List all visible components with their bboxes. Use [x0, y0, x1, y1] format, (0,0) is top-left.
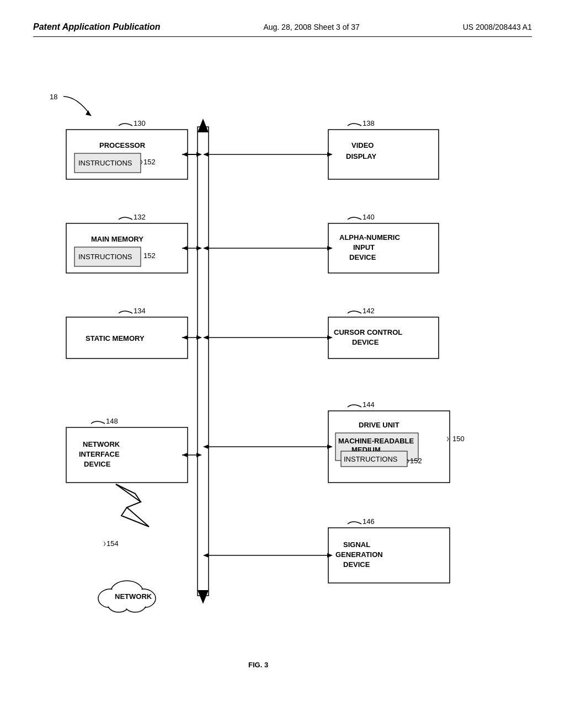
cursor-control-label-1: CURSOR CONTROL: [334, 328, 402, 336]
static-memory-label: STATIC MEMORY: [86, 334, 145, 342]
ref-144: 144: [363, 400, 375, 409]
page-header: Patent Application Publication Aug. 28, …: [33, 22, 532, 37]
header-date-sheet: Aug. 28, 2008 Sheet 3 of 37: [263, 23, 359, 31]
ref-142: 142: [363, 307, 375, 315]
ref-18-label: 18: [50, 93, 57, 101]
ref-148: 148: [106, 417, 118, 425]
figure-label: FIG. 3: [248, 661, 268, 669]
ref-150: 150: [452, 435, 465, 443]
drive-instructions-label: INSTRUCTIONS: [344, 455, 398, 463]
header-publication-type: Patent Application Publication: [33, 22, 161, 32]
processor-instructions-label: INSTRUCTIONS: [78, 159, 132, 167]
main-memory-instructions-label: INSTRUCTIONS: [78, 253, 132, 261]
ref-132: 132: [134, 213, 146, 221]
signal-gen-label-1: SIGNAL: [343, 540, 370, 549]
network-interface-label-3: DEVICE: [84, 460, 111, 468]
network-label: NETWORK: [115, 592, 152, 601]
ref-140: 140: [363, 213, 375, 221]
signal-gen-label-2: GENERATION: [335, 550, 383, 559]
machine-readable-label-1: MACHINE-READABLE: [338, 437, 414, 445]
svg-rect-0: [198, 127, 209, 596]
bus-arrow-down: [198, 590, 209, 604]
ref-138: 138: [363, 119, 375, 127]
ref-154: 154: [106, 539, 119, 548]
alpha-numeric-label-1: ALPHA-NUMERIC: [339, 233, 400, 242]
processor-label: PROCESSOR: [99, 141, 146, 149]
main-memory-ref-152: 152: [143, 251, 156, 260]
alpha-numeric-label-2: INPUT: [353, 243, 375, 251]
video-display-box: [328, 130, 439, 179]
network-interface-label-1: NETWORK: [83, 440, 120, 448]
drive-ref-152: 152: [410, 457, 422, 465]
alpha-numeric-box: [328, 223, 439, 273]
page: Patent Application Publication Aug. 28, …: [0, 0, 565, 728]
alpha-numeric-label-3: DEVICE: [349, 253, 376, 261]
drive-unit-label: DRIVE UNIT: [359, 421, 399, 429]
network-interface-label-2: INTERFACE: [79, 450, 120, 458]
video-display-label-1: VIDEO: [351, 141, 374, 149]
cursor-control-box: [328, 317, 439, 358]
ref-146: 146: [363, 517, 375, 526]
ref-134: 134: [134, 307, 146, 315]
processor-ref-152: 152: [143, 158, 156, 166]
main-memory-label: MAIN MEMORY: [91, 235, 143, 243]
bus-arrow-up: [198, 119, 209, 132]
cursor-control-label-2: DEVICE: [352, 338, 379, 346]
patent-diagram: 18 BUS 130 PROCESSOR INSTRUCTIONS 152: [33, 66, 532, 689]
video-display-label-2: DISPLAY: [346, 152, 376, 160]
signal-gen-label-3: DEVICE: [343, 560, 370, 569]
header-patent-number: US 2008/208443 A1: [463, 23, 532, 31]
ref-130: 130: [134, 119, 146, 127]
